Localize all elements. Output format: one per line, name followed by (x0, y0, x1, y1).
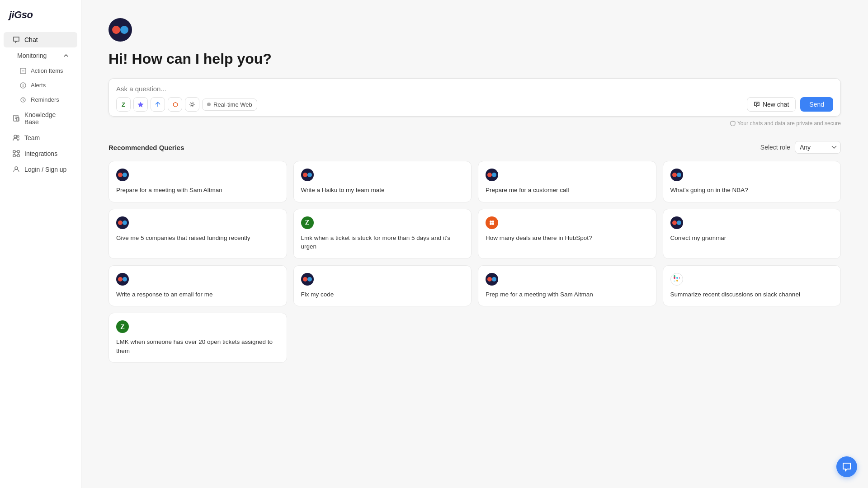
sidebar-item-chat-label: Chat (24, 36, 38, 43)
chat-icon (13, 36, 20, 43)
zendesk-icon: Z (116, 320, 129, 333)
svg-point-20 (15, 167, 18, 169)
slack-icon (670, 273, 683, 286)
toolbar-right: New chat Send (747, 97, 833, 112)
send-button[interactable]: Send (800, 97, 833, 112)
knowledge-base-icon (13, 115, 20, 122)
query-card-q8[interactable]: Correct my grammar (663, 209, 841, 259)
sidebar-item-action-items[interactable]: Action Items (4, 64, 77, 78)
query-card-q3[interactable]: Prepare me for a customer call (478, 161, 656, 202)
query-card-q12[interactable]: Summarize recent discussions on slack ch… (663, 265, 841, 307)
team-icon (13, 134, 20, 141)
sidebar-item-integrations[interactable]: Integrations (4, 146, 77, 161)
avatar-dot-blue (120, 26, 128, 34)
ask-input[interactable] (116, 85, 833, 93)
tool-btn-z[interactable]: Z (116, 97, 131, 112)
card-text: What's going on in the NBA? (670, 186, 834, 195)
jigso-icon (301, 169, 314, 181)
query-card-q6[interactable]: Z Lmk when a ticket is stuck for more th… (293, 209, 472, 259)
sidebar-item-chat[interactable]: Chat (4, 32, 77, 47)
sidebar-item-integrations-label: Integrations (24, 150, 57, 157)
zendesk-icon: Z (301, 216, 314, 229)
hubspot-svg (488, 219, 495, 226)
card-text: LMK when someone has over 20 open ticket… (116, 338, 279, 355)
app-logo: jiGso (0, 9, 81, 32)
tool-btn-gear[interactable] (185, 97, 199, 112)
svg-rect-35 (674, 281, 675, 282)
query-card-q2[interactable]: Write a Haiku to my team mate (293, 161, 472, 202)
star-icon (137, 101, 144, 108)
chevron-up-icon (64, 54, 68, 57)
jigso-icon (116, 216, 129, 229)
shield-icon (730, 121, 736, 126)
sidebar-item-action-items-label: Action Items (31, 67, 63, 74)
action-items-icon (20, 68, 26, 74)
query-card-q11[interactable]: Prep me for a meeting with Sam Altman (478, 265, 656, 307)
card-text: Prep me for a meeting with Sam Altman (486, 290, 649, 299)
new-chat-label: New chat (763, 101, 789, 108)
tool-btn-star[interactable] (133, 97, 148, 112)
realtime-dot (207, 103, 211, 106)
section-title: Recommended Queries (108, 144, 184, 151)
svg-point-23 (191, 103, 193, 106)
bottom-chat-button[interactable] (836, 456, 857, 477)
sidebar-item-login[interactable]: Login / Sign up (4, 162, 77, 177)
sidebar-item-team-label: Team (24, 134, 40, 141)
svg-rect-34 (679, 277, 680, 279)
svg-point-27 (490, 223, 492, 225)
card-text: Write a Haiku to my team mate (301, 186, 464, 195)
card-text: Fix my code (301, 290, 464, 299)
new-chat-button[interactable]: New chat (747, 97, 796, 112)
sidebar-item-monitoring[interactable]: Monitoring (4, 48, 77, 63)
avatar-dot-red (112, 26, 120, 34)
hubspot-icon (486, 216, 498, 229)
tool-btn-arrow[interactable] (151, 97, 165, 112)
svg-point-28 (492, 223, 494, 225)
sidebar-item-alerts[interactable]: Alerts (4, 78, 77, 92)
svg-point-11 (17, 136, 19, 137)
card-text: How many deals are there in HubSpot? (486, 234, 649, 243)
card-text: Correct my grammar (670, 234, 834, 243)
card-text: Summarize recent discussions on slack ch… (670, 290, 834, 299)
realtime-web-label: Real-time Web (213, 101, 252, 108)
toolbar-left: Z ⬡ (116, 97, 257, 112)
query-card-q1[interactable]: Prepare for a meeting with Sam Altman (108, 161, 287, 202)
svg-rect-13 (17, 150, 19, 153)
query-card-q4[interactable]: What's going on in the NBA? (663, 161, 841, 202)
sidebar-item-knowledge-base-label: Knowledge Base (24, 111, 68, 126)
card-text: Give me 5 companies that raised funding … (116, 234, 279, 243)
sidebar: jiGso Chat Monitoring (0, 0, 81, 488)
jigso-icon (670, 216, 683, 229)
query-card-q10[interactable]: Fix my code (293, 265, 472, 307)
section-header: Recommended Queries Select role Any Sale… (108, 141, 841, 154)
svg-rect-30 (674, 277, 675, 279)
gear-icon (189, 101, 195, 108)
jigso-icon (116, 273, 129, 286)
select-role-container: Select role Any Sales Support Marketing (760, 141, 841, 154)
input-container: Z ⬡ (108, 78, 841, 117)
send-label: Send (809, 101, 824, 108)
main-content: Hi! How can I help you? Z (81, 0, 868, 488)
realtime-web-toggle[interactable]: Real-time Web (202, 99, 257, 111)
svg-rect-31 (676, 277, 678, 279)
query-card-q13[interactable]: Z LMK when someone has over 20 open tick… (108, 313, 287, 363)
sidebar-item-reminders[interactable]: Reminders (4, 93, 77, 107)
sidebar-item-knowledge-base[interactable]: Knowledge Base (4, 107, 77, 130)
avatar (108, 18, 132, 42)
privacy-text: Your chats and data are private and secu… (737, 120, 841, 127)
svg-point-10 (14, 135, 17, 138)
tool-btn-hubspot[interactable]: ⬡ (168, 97, 182, 112)
query-card-q5[interactable]: Give me 5 companies that raised funding … (108, 209, 287, 259)
role-select[interactable]: Any Sales Support Marketing (795, 141, 841, 154)
sidebar-item-login-label: Login / Sign up (24, 166, 66, 173)
select-role-label: Select role (760, 144, 790, 151)
alerts-icon (20, 82, 26, 89)
login-icon (13, 166, 20, 173)
bottom-chat-icon (842, 462, 852, 472)
svg-rect-33 (676, 280, 678, 282)
query-card-q7[interactable]: How many deals are there in HubSpot? (478, 209, 656, 259)
svg-point-4 (23, 86, 24, 87)
sidebar-item-team[interactable]: Team (4, 130, 77, 145)
query-card-q9[interactable]: Write a response to an email for me (108, 265, 287, 307)
card-text: Write a response to an email for me (116, 290, 279, 299)
